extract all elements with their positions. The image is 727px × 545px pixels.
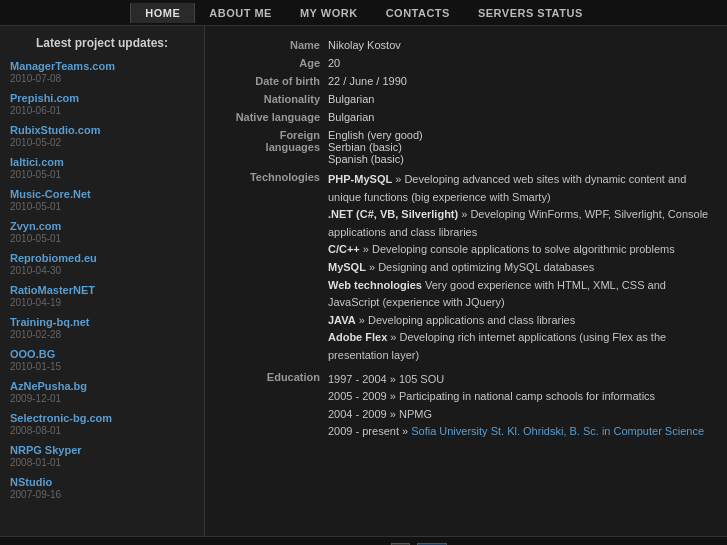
university-link[interactable]: Sofia University St. Kl. Ohridski, B. Sc… <box>411 425 704 437</box>
education-item: 2004 - 2009 » NPMG <box>328 406 709 424</box>
sidebar-project-link[interactable]: NStudio <box>10 476 194 488</box>
education-label: Education <box>219 368 324 444</box>
nav-home[interactable]: HOME <box>130 3 195 23</box>
sidebar-project-link[interactable]: RatioMasterNET <box>10 284 194 296</box>
technology-item: Adobe Flex » Developing rich internet ap… <box>328 329 709 364</box>
nationality-value: Bulgarian <box>324 90 713 108</box>
nav-contacts[interactable]: CONTACTS <box>372 3 464 23</box>
sidebar-project-link[interactable]: NRPG Skyper <box>10 444 194 456</box>
education-item: 1997 - 2004 » 105 SOU <box>328 371 709 389</box>
sidebar-project-date: 2010-05-01 <box>10 169 194 180</box>
sidebar-project-date: 2010-01-15 <box>10 361 194 372</box>
nationality-label: Nationality <box>219 90 324 108</box>
sidebar-project-link[interactable]: AzNePusha.bg <box>10 380 194 392</box>
profile-table: Name Nikolay Kostov Age 20 Date of birth… <box>219 36 713 444</box>
native-language-value: Bulgarian <box>324 108 713 126</box>
sidebar-project-link[interactable]: RubixStudio.com <box>10 124 194 136</box>
foreign-languages-label: Foreignlanguages <box>219 126 324 168</box>
navigation: HOME ABOUT ME MY WORK CONTACTS SERVERS S… <box>0 0 727 26</box>
profile-content: Name Nikolay Kostov Age 20 Date of birth… <box>205 26 727 536</box>
sidebar-project-link[interactable]: Training-bq.net <box>10 316 194 328</box>
sidebar-project-date: 2010-05-02 <box>10 137 194 148</box>
sidebar: Latest project updates: ManagerTeams.com… <box>0 26 205 536</box>
technology-item: C/C++ » Developing console applications … <box>328 241 709 259</box>
sidebar-project-date: 2010-02-28 <box>10 329 194 340</box>
sidebar-project-date: 2010-06-01 <box>10 105 194 116</box>
age-label: Age <box>219 54 324 72</box>
sidebar-project-link[interactable]: Selectronic-bg.com <box>10 412 194 424</box>
dob-value: 22 / June / 1990 <box>324 72 713 90</box>
technology-item: PHP-MySQL » Developing advanced web site… <box>328 171 709 206</box>
nav-work[interactable]: MY WORK <box>286 3 372 23</box>
technologies-label: Technologies <box>219 168 324 368</box>
sidebar-project-link[interactable]: Prepishi.com <box>10 92 194 104</box>
sidebar-project-link[interactable]: Ialtici.com <box>10 156 194 168</box>
nav-about[interactable]: ABOUT ME <box>195 3 286 23</box>
sidebar-project-date: 2010-05-01 <box>10 201 194 212</box>
main-content: Latest project updates: ManagerTeams.com… <box>0 26 727 536</box>
sidebar-projects: ManagerTeams.com2010-07-08Prepishi.com20… <box>10 60 194 500</box>
name-label: Name <box>219 36 324 54</box>
sidebar-project-link[interactable]: ManagerTeams.com <box>10 60 194 72</box>
education-value: 1997 - 2004 » 105 SOU2005 - 2009 » Parti… <box>324 368 713 444</box>
sidebar-project-date: 2008-01-01 <box>10 457 194 468</box>
sidebar-project-link[interactable]: Reprobiomed.eu <box>10 252 194 264</box>
technologies-value: PHP-MySQL » Developing advanced web site… <box>324 168 713 368</box>
technology-item: MySQL » Designing and optimizing MySQL d… <box>328 259 709 277</box>
education-item: 2005 - 2009 » Participating in national … <box>328 388 709 406</box>
sidebar-project-date: 2010-07-08 <box>10 73 194 84</box>
technology-item: Web technologies Very good experience wi… <box>328 277 709 312</box>
sidebar-heading: Latest project updates: <box>10 36 194 50</box>
education-item: 2009 - present » Sofia University St. Kl… <box>328 423 709 441</box>
sidebar-project-link[interactable]: Music-Core.Net <box>10 188 194 200</box>
technology-item: JAVA » Developing applications and class… <box>328 312 709 330</box>
name-value: Nikolay Kostov <box>324 36 713 54</box>
dob-label: Date of birth <box>219 72 324 90</box>
native-language-label: Native language <box>219 108 324 126</box>
footer: Nikolay.IT © 2005-2010 git tpbm <box>0 536 727 545</box>
sidebar-project-link[interactable]: OOO.BG <box>10 348 194 360</box>
sidebar-project-date: 2010-05-01 <box>10 233 194 244</box>
sidebar-project-date: 2008-08-01 <box>10 425 194 436</box>
sidebar-project-date: 2010-04-30 <box>10 265 194 276</box>
age-value: 20 <box>324 54 713 72</box>
sidebar-project-date: 2010-04-19 <box>10 297 194 308</box>
sidebar-project-date: 2007-09-16 <box>10 489 194 500</box>
sidebar-project-date: 2009-12-01 <box>10 393 194 404</box>
foreign-languages-value: English (very good) Serbian (basic) Span… <box>324 126 713 168</box>
sidebar-project-link[interactable]: Zvyn.com <box>10 220 194 232</box>
nav-servers[interactable]: SERVERS STATUS <box>464 3 597 23</box>
technology-item: .NET (C#, VB, Silverlight) » Developing … <box>328 206 709 241</box>
